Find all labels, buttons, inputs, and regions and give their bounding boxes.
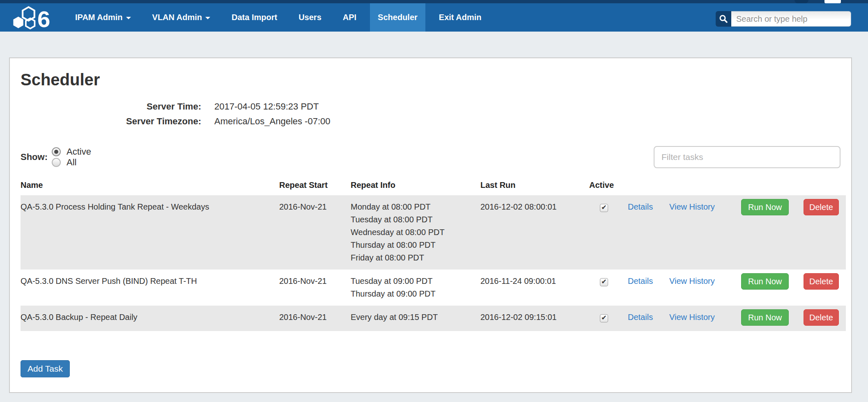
repeat-info-line: Every day at 09:15 PDT (351, 311, 480, 324)
table-row: QA-5.3.0 Backup - Repeat Daily 2016-Nov-… (21, 306, 846, 331)
server-time-label: Server Time: (21, 100, 201, 113)
search-input[interactable] (731, 11, 851, 27)
hexagon-6-logo: 6 (11, 3, 57, 32)
radio-label: Active (67, 146, 91, 157)
nav-item-ipam-admin[interactable]: IPAM Admin (67, 3, 139, 32)
repeat-info-line: Thursday at 09:00 PDT (351, 288, 480, 300)
col-header-name: Name (21, 180, 279, 195)
col-header-last-run: Last Run (480, 180, 589, 195)
nav-item-users[interactable]: Users (291, 3, 329, 32)
task-last-run: 2016-12-02 09:15:01 (480, 306, 589, 331)
page-title: Scheduler (21, 71, 840, 89)
run-now-button[interactable]: Run Now (741, 273, 789, 290)
view-history-link[interactable]: View History (669, 313, 715, 322)
active-checkbox[interactable] (600, 278, 608, 286)
repeat-info-line: Friday at 08:00 PDT (351, 251, 480, 264)
nav-item-label: Users (299, 3, 321, 32)
task-repeat-start: 2016-Nov-21 (279, 270, 351, 306)
nav-item-label: VLAN Admin (152, 3, 202, 32)
caret-down-icon (205, 17, 210, 19)
show-option-all[interactable]: All (52, 157, 91, 168)
help-search (716, 11, 851, 27)
delete-button[interactable]: Delete (804, 199, 839, 215)
show-option-active[interactable]: Active (52, 146, 91, 157)
task-repeat-info: Tuesday at 09:00 PDTThursday at 09:00 PD… (351, 270, 480, 306)
run-now-button[interactable]: Run Now (741, 199, 789, 215)
window-artifact (824, 0, 841, 3)
col-header-repeat-start: Repeat Start (279, 180, 351, 195)
radio-label: All (67, 157, 76, 168)
table-row: QA-5.3.0 Process Holding Tank Repeat - W… (21, 195, 846, 270)
nav-item-exit-admin[interactable]: Exit Admin (431, 3, 489, 32)
search-button[interactable] (716, 11, 731, 27)
nav-item-api[interactable]: API (335, 3, 364, 32)
show-label: Show: (21, 152, 48, 162)
add-task-button[interactable]: Add Task (21, 360, 70, 377)
repeat-info-line: Monday at 08:00 PDT (351, 201, 480, 213)
task-last-run: 2016-11-24 09:00:01 (480, 270, 589, 306)
nav-item-label: Scheduler (378, 3, 418, 32)
show-options: Show: Active All (21, 146, 103, 168)
run-now-button[interactable]: Run Now (741, 309, 789, 326)
active-checkbox[interactable] (600, 204, 608, 212)
browser-top-strip (0, 0, 868, 3)
window-artifact (795, 0, 808, 3)
nav-item-label: Data Import (232, 3, 277, 32)
col-header-repeat-info: Repeat Info (351, 180, 480, 195)
task-name: QA-5.3.0 Backup - Repeat Daily (21, 306, 279, 331)
task-table-wrap: Name Repeat Start Repeat Info Last Run A… (21, 180, 840, 331)
caret-down-icon (126, 17, 131, 19)
delete-button[interactable]: Delete (804, 273, 839, 290)
view-history-link[interactable]: View History (669, 276, 715, 286)
task-repeat-start: 2016-Nov-21 (279, 306, 351, 331)
task-repeat-start: 2016-Nov-21 (279, 195, 351, 270)
filter-bar: Show: Active All (21, 146, 840, 168)
task-repeat-info: Every day at 09:15 PDT (351, 306, 480, 331)
server-time-value: 2017-04-05 12:59:23 PDT (214, 100, 840, 113)
nav-item-label: API (343, 3, 356, 32)
radio-button[interactable] (52, 158, 61, 167)
repeat-info-line: Tuesday at 08:00 PDT (351, 213, 480, 226)
repeat-info-line: Wednesday at 08:00 PDT (351, 226, 480, 239)
server-timezone-value: America/Los_Angeles -07:00 (214, 114, 840, 128)
nav-item-data-import[interactable]: Data Import (224, 3, 285, 32)
table-header-row: Name Repeat Start Repeat Info Last Run A… (21, 180, 846, 195)
filter-tasks-input[interactable] (654, 146, 840, 168)
table-row: QA-5.3.0 DNS Server Push (BIND) Repeat T… (21, 270, 846, 306)
radio-button[interactable] (52, 147, 61, 156)
repeat-info-line: Tuesday at 09:00 PDT (351, 275, 480, 288)
svg-text:6: 6 (37, 6, 50, 32)
nav-item-label: Exit Admin (439, 3, 482, 32)
repeat-info-line: Thursday at 08:00 PDT (351, 239, 480, 251)
task-last-run: 2016-12-02 08:00:01 (480, 195, 589, 270)
task-table: Name Repeat Start Repeat Info Last Run A… (21, 180, 846, 331)
col-header-active: Active (589, 180, 628, 195)
search-icon (719, 14, 728, 23)
top-navbar: 6 IPAM Admin VLAN Admin Data Import User… (0, 3, 868, 32)
details-link[interactable]: Details (628, 276, 653, 286)
task-name: QA-5.3.0 DNS Server Push (BIND) Repeat T… (21, 270, 279, 306)
view-history-link[interactable]: View History (669, 202, 715, 211)
nav-item-label: IPAM Admin (75, 3, 123, 32)
task-name: QA-5.3.0 Process Holding Tank Repeat - W… (21, 195, 279, 270)
delete-button[interactable]: Delete (804, 309, 839, 326)
nav-item-vlan-admin[interactable]: VLAN Admin (145, 3, 218, 32)
server-info: Server Time: 2017-04-05 12:59:23 PDT Ser… (21, 100, 840, 128)
task-repeat-info: Monday at 08:00 PDTTuesday at 08:00 PDTW… (351, 195, 480, 270)
details-link[interactable]: Details (628, 313, 653, 322)
scheduler-panel: Scheduler Server Time: 2017-04-05 12:59:… (9, 57, 852, 393)
brand-logo[interactable]: 6 (0, 3, 62, 32)
server-timezone-label: Server Timezone: (21, 114, 201, 128)
active-checkbox[interactable] (600, 314, 608, 322)
nav-item-scheduler[interactable]: Scheduler (370, 3, 425, 32)
details-link[interactable]: Details (628, 202, 653, 211)
nav-menu: IPAM Admin VLAN Admin Data Import Users … (67, 3, 489, 32)
